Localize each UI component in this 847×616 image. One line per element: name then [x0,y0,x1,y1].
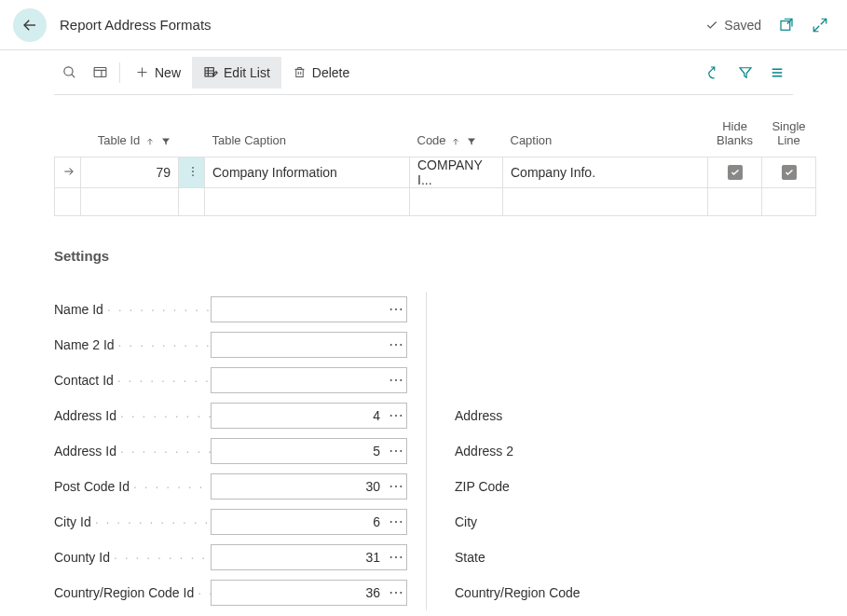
col-header-hide-blanks-label: Hide Blanks [717,119,753,147]
lookup-button[interactable]: ⋯ [386,444,406,459]
list-options-button[interactable] [761,59,793,87]
field-label: County Id [54,550,211,565]
share-button[interactable] [698,59,730,87]
address2-id-input[interactable] [212,444,386,459]
cell-table-caption[interactable]: Company Information [205,157,410,188]
assoc-label: Address 2 [455,433,581,469]
delete-label: Delete [312,65,349,80]
row-selector[interactable] [55,157,81,188]
sort-asc-icon [451,137,460,146]
svg-rect-2 [94,68,106,77]
edit-list-button[interactable]: Edit List [192,57,281,89]
col-header-table-caption[interactable]: Table Caption [205,114,410,157]
expand-icon [812,17,828,34]
address-id-input[interactable] [212,408,386,423]
trash-icon [293,65,307,79]
col-header-code[interactable]: Code [410,114,503,157]
row-arrow-icon [62,165,75,178]
field-name-id: Name Id ⋯ [54,292,407,327]
assoc-label: State [455,540,581,575]
grid-header-row: Table Id Table Caption Code Caption Hide… [55,114,816,157]
field-countryregion-id: Country/Region Code Id ⋯ [54,575,407,610]
col-header-table-id-label: Table Id [98,133,141,147]
city-id-input[interactable] [212,514,386,529]
cell-table-id[interactable]: 79 [81,157,179,188]
grid-area: Table Id Table Caption Code Caption Hide… [0,114,847,216]
row-menu-button[interactable] [179,157,205,188]
checkbox-checked-icon [728,165,743,180]
saved-label: Saved [724,18,761,33]
col-header-table-id[interactable]: Table Id [81,114,179,157]
field-contact-id: Contact Id ⋯ [54,363,407,398]
field-label: Address Id [54,408,211,423]
assoc-label: ZIP Code [455,469,581,504]
toolbar: New Edit List Delete [54,50,793,95]
lookup-button[interactable]: ⋯ [386,479,406,494]
name-id-input[interactable] [212,302,386,317]
list-icon [769,64,786,81]
settings-fields-column: Name Id ⋯ Name 2 Id ⋯ Contact Id ⋯ Addre… [54,292,427,610]
new-button[interactable]: New [124,57,192,89]
expand-button[interactable] [812,17,828,34]
svg-point-6 [192,171,194,172]
check-icon [705,19,718,32]
col-header-table-caption-label: Table Caption [212,133,287,147]
lookup-button[interactable]: ⋯ [386,337,406,352]
delete-button[interactable]: Delete [281,57,361,89]
popout-button[interactable] [778,17,795,34]
field-address-id: Address Id ⋯ [54,398,407,433]
contact-id-input[interactable] [212,373,386,388]
cell-code[interactable]: COMPANY I... [410,157,503,188]
assoc-label: City [455,504,581,540]
back-button[interactable] [13,8,47,42]
field-address2-id: Address Id ⋯ [54,433,407,469]
cell-caption[interactable]: Company Info. [503,157,708,188]
filter-icon [737,64,754,81]
assoc-label: Address [455,398,581,433]
col-header-single-line-label: Single Line [772,119,805,147]
col-header-single-line[interactable]: Single Line [762,114,816,157]
field-input-wrap: ⋯ [211,296,407,322]
field-label: Country/Region Code Id [54,585,211,600]
card-view-icon [92,64,108,80]
svg-point-5 [192,166,194,168]
field-name2-id: Name 2 Id ⋯ [54,327,407,363]
search-icon [61,64,77,80]
col-header-code-label: Code [417,133,446,147]
field-label: Address Id [54,444,211,459]
countryregion-id-input[interactable] [212,585,386,600]
page-title: Report Address Formats [60,17,212,33]
field-label: City Id [54,514,211,529]
back-arrow-icon [21,17,38,34]
col-header-caption-label: Caption [511,133,553,147]
lookup-button[interactable]: ⋯ [386,302,406,317]
edit-list-label: Edit List [224,65,270,80]
lookup-button[interactable]: ⋯ [386,514,406,529]
settings-title: Settings [54,248,793,264]
lookup-button[interactable]: ⋯ [386,408,406,423]
postcode-id-input[interactable] [212,479,386,494]
table-row[interactable]: 79 Company Information COMPANY I... Comp… [55,157,816,188]
filter-button[interactable] [730,59,761,87]
view-button[interactable] [85,57,116,89]
col-header-hide-blanks[interactable]: Hide Blanks [708,114,762,157]
saved-indicator: Saved [705,18,761,33]
lookup-button[interactable]: ⋯ [386,585,406,600]
settings-assoc-column: Address Address 2 ZIP Code City State Co… [427,292,581,610]
svg-rect-4 [296,69,304,76]
table-row-empty[interactable] [55,188,816,216]
new-label: New [155,65,181,80]
field-label: Name 2 Id [54,337,211,352]
settings-section: Settings Name Id ⋯ Name 2 Id ⋯ Contact I… [0,248,847,610]
field-label: Post Code Id [54,479,211,494]
cell-hide-blanks[interactable] [708,157,762,188]
search-button[interactable] [54,57,85,89]
col-header-caption[interactable]: Caption [503,114,708,157]
name2-id-input[interactable] [212,337,386,352]
county-id-input[interactable] [212,550,386,565]
checkbox-checked-icon [782,165,797,180]
cell-single-line[interactable] [762,157,816,188]
lookup-button[interactable]: ⋯ [386,373,406,388]
plus-icon [135,65,149,79]
lookup-button[interactable]: ⋯ [386,550,406,565]
